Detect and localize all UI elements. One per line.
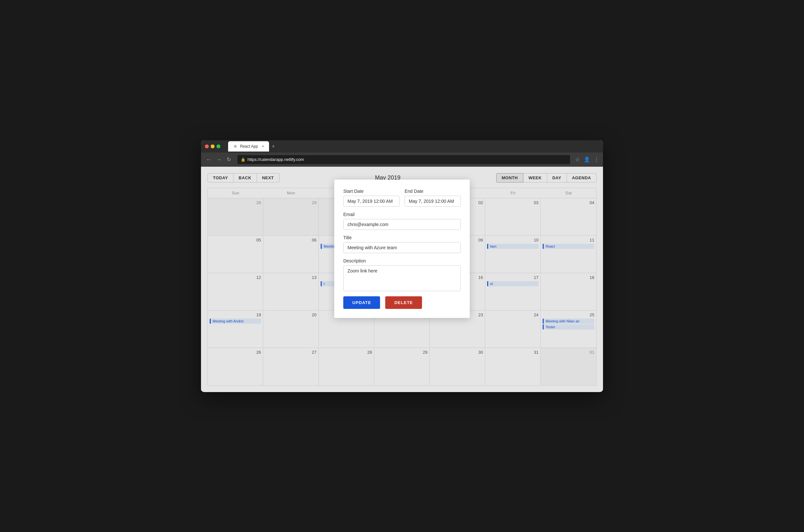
tab-icon: ⚛ [233, 144, 237, 149]
event-edit-modal: Start Date End Date Email [334, 179, 470, 318]
traffic-light-yellow[interactable] [211, 145, 215, 148]
end-date-input[interactable] [405, 196, 461, 207]
description-row: Description Zoom link here [343, 258, 461, 291]
update-button[interactable]: UPDATE [343, 296, 380, 309]
start-date-field: Start Date [343, 189, 399, 207]
description-label: Description [343, 258, 461, 263]
email-row: Email [343, 212, 461, 230]
title-row: Title [343, 235, 461, 253]
browser-tab[interactable]: ⚛ React App × [228, 141, 269, 152]
traffic-light-green[interactable] [217, 145, 220, 148]
app-content: TODAY BACK NEXT May 2019 MONTH WEEK DAY … [201, 167, 603, 392]
email-field: Email [343, 212, 461, 230]
tab-title: React App [240, 144, 258, 149]
browser-tabs: ⚛ React App × + [228, 141, 599, 152]
browser-toolbar: ← → ↻ 🔒 https://calendarapp.netlify.com … [201, 152, 603, 167]
start-date-label: Start Date [343, 189, 399, 194]
end-date-label: End Date [405, 189, 461, 194]
title-label: Title [343, 235, 461, 240]
modal-overlay: Start Date End Date Email [201, 167, 603, 392]
profile-icon[interactable]: 👤 [584, 156, 590, 163]
email-input[interactable] [343, 219, 461, 230]
traffic-lights [205, 145, 220, 148]
new-tab-btn[interactable]: + [272, 144, 275, 149]
title-input[interactable] [343, 242, 461, 253]
browser-window: ⚛ React App × + ← → ↻ 🔒 https://calendar… [201, 140, 603, 392]
traffic-light-red[interactable] [205, 145, 209, 148]
browser-titlebar: ⚛ React App × + [201, 140, 603, 152]
address-bar[interactable]: 🔒 https://calendarapp.netlify.com [237, 155, 570, 164]
tab-close-btn[interactable]: × [262, 144, 264, 149]
delete-button[interactable]: DELETE [385, 296, 422, 309]
url-text: https://calendarapp.netlify.com [248, 157, 304, 162]
bookmark-icon[interactable]: ☆ [575, 156, 580, 163]
start-date-input[interactable] [343, 196, 399, 207]
browser-actions: ☆ 👤 ⋮ [575, 156, 599, 163]
modal-buttons: UPDATE DELETE [343, 296, 461, 309]
email-label: Email [343, 212, 461, 217]
back-nav-btn[interactable]: ← [205, 155, 213, 164]
forward-nav-btn[interactable]: → [215, 155, 223, 164]
date-row: Start Date End Date [343, 189, 461, 207]
lock-icon: 🔒 [241, 157, 245, 162]
reload-btn[interactable]: ↻ [225, 155, 232, 164]
description-textarea[interactable]: Zoom link here [343, 265, 461, 291]
end-date-field: End Date [405, 189, 461, 207]
title-field: Title [343, 235, 461, 253]
description-field: Description Zoom link here [343, 258, 461, 291]
menu-icon[interactable]: ⋮ [594, 156, 599, 163]
